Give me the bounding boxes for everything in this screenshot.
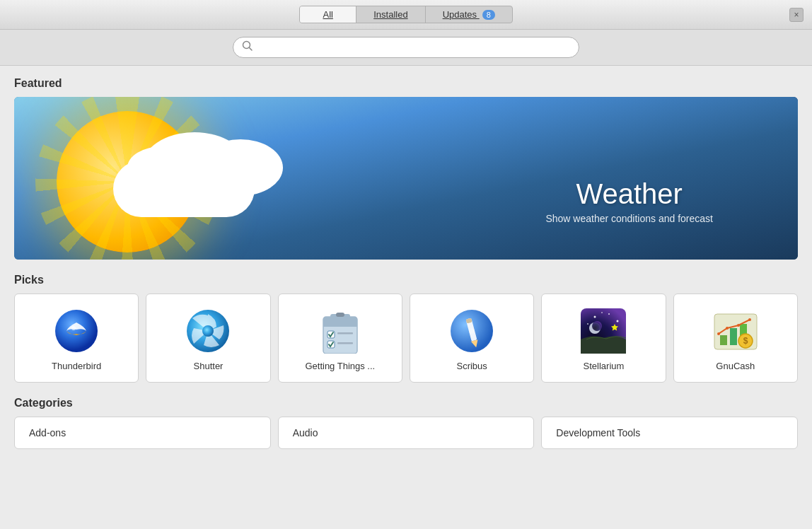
search-icon xyxy=(242,40,253,54)
search-bar xyxy=(0,30,812,66)
categories-title: Categories xyxy=(14,397,798,409)
banner-subtitle: Show weather conditions and forecast xyxy=(545,213,713,224)
stellarium-icon xyxy=(581,308,626,354)
svg-point-34 xyxy=(726,327,729,330)
category-add-ons[interactable]: Add-ons xyxy=(14,417,271,449)
tab-group: All Installed Updates 8 xyxy=(299,6,513,23)
svg-point-33 xyxy=(717,332,720,335)
svg-rect-8 xyxy=(336,313,344,317)
pick-card-stellarium[interactable]: Stellarium xyxy=(541,293,666,383)
thunderbird-label: Thunderbird xyxy=(52,361,101,371)
tab-installed[interactable]: Installed xyxy=(356,6,425,23)
svg-rect-31 xyxy=(730,328,737,345)
banner-title: Weather xyxy=(545,178,713,210)
tab-updates[interactable]: Updates 8 xyxy=(426,6,512,23)
svg-rect-30 xyxy=(720,335,727,345)
picks-section: Picks xyxy=(14,274,798,383)
tab-updates-label: Updates xyxy=(443,9,477,20)
svg-point-25 xyxy=(601,312,603,313)
featured-section: Featured Weather Show weather conditions… xyxy=(14,77,798,260)
tab-all[interactable]: All xyxy=(300,6,356,23)
svg-point-2 xyxy=(55,310,98,352)
svg-point-22 xyxy=(608,313,610,315)
svg-point-28 xyxy=(592,321,602,331)
svg-point-21 xyxy=(594,316,596,318)
scribus-icon xyxy=(449,308,494,354)
svg-rect-10 xyxy=(323,322,357,327)
svg-rect-14 xyxy=(337,342,353,344)
pick-card-getting-things[interactable]: Getting Things ... xyxy=(278,293,402,383)
thunderbird-icon xyxy=(54,308,99,354)
scribus-label: Scribus xyxy=(456,361,487,371)
featured-title: Featured xyxy=(14,77,798,90)
picks-title: Picks xyxy=(14,274,798,286)
main-content: Featured Weather Show weather conditions… xyxy=(0,66,812,529)
svg-point-23 xyxy=(617,320,619,322)
category-development-tools[interactable]: Development Tools xyxy=(541,417,798,449)
close-button[interactable]: × xyxy=(789,8,804,22)
featured-banner[interactable]: Weather Show weather conditions and fore… xyxy=(14,97,798,260)
pick-card-shutter[interactable]: Shutter xyxy=(146,293,270,383)
svg-point-3 xyxy=(71,326,76,330)
shutter-icon xyxy=(185,308,231,354)
svg-point-24 xyxy=(587,323,588,325)
updates-badge: 8 xyxy=(482,10,495,20)
svg-point-5 xyxy=(202,325,214,337)
svg-point-19 xyxy=(469,328,475,334)
category-audio[interactable]: Audio xyxy=(278,417,535,449)
categories-grid: Add-ons Audio Development Tools xyxy=(14,417,798,449)
svg-line-1 xyxy=(250,48,253,51)
shutter-label: Shutter xyxy=(194,361,224,371)
svg-text:$: $ xyxy=(743,336,748,346)
svg-point-36 xyxy=(748,318,751,321)
banner-text: Weather Show weather conditions and fore… xyxy=(545,178,713,224)
categories-section: Categories Add-ons Audio Development Too… xyxy=(14,397,798,449)
search-container xyxy=(233,37,579,58)
svg-rect-12 xyxy=(337,332,353,335)
pick-card-scribus[interactable]: Scribus xyxy=(410,293,534,383)
cloud-part-5 xyxy=(170,146,226,182)
gnucash-icon: $ xyxy=(713,308,758,354)
picks-grid: Thunderbird xyxy=(14,293,798,383)
getting-things-icon xyxy=(318,308,363,354)
pick-card-thunderbird[interactable]: Thunderbird xyxy=(14,293,139,383)
gnucash-label: GnuCash xyxy=(716,361,755,371)
search-input[interactable] xyxy=(257,42,570,53)
pick-card-gnucash[interactable]: $ GnuCash xyxy=(673,293,798,383)
banner-cloud xyxy=(85,118,311,231)
top-bar: All Installed Updates 8 × xyxy=(0,0,812,30)
getting-things-label: Getting Things ... xyxy=(305,361,375,371)
svg-point-35 xyxy=(737,324,740,327)
stellarium-label: Stellarium xyxy=(584,361,625,371)
